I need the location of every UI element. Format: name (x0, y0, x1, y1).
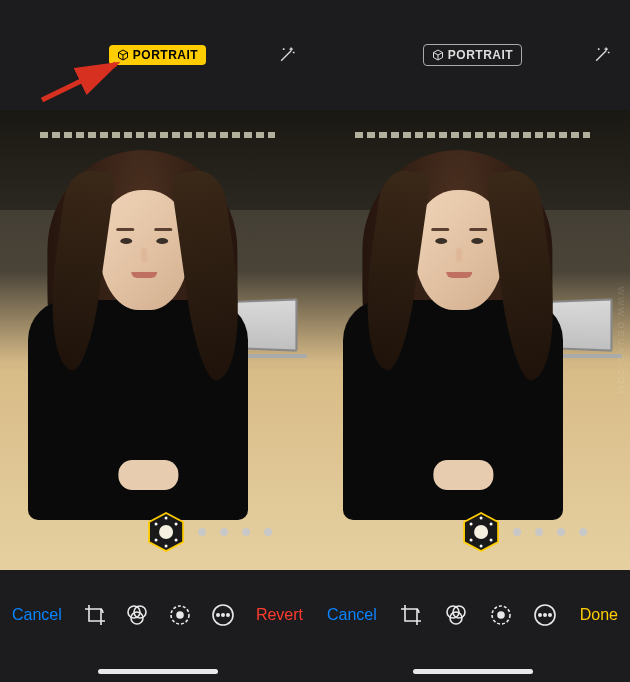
magic-wand-icon[interactable] (277, 45, 297, 65)
svg-point-15 (222, 614, 224, 616)
svg-point-19 (469, 523, 472, 526)
filters-icon[interactable] (125, 603, 149, 627)
crop-icon[interactable] (83, 603, 107, 627)
svg-point-32 (544, 614, 546, 616)
lighting-option-active[interactable] (463, 512, 499, 552)
svg-point-3 (174, 523, 177, 526)
portrait-badge-label: PORTRAIT (133, 48, 198, 62)
portrait-badge-active[interactable]: PORTRAIT (109, 45, 206, 65)
svg-point-12 (177, 612, 183, 618)
lighting-option-dot[interactable] (557, 528, 565, 536)
revert-button[interactable]: Revert (254, 602, 305, 628)
portrait-badge-label: PORTRAIT (448, 48, 513, 62)
adjust-icon[interactable] (168, 603, 192, 627)
filters-icon[interactable] (444, 603, 468, 627)
lighting-option-dot[interactable] (264, 528, 272, 536)
lighting-option-dot[interactable] (242, 528, 250, 536)
adjust-icon[interactable] (489, 603, 513, 627)
svg-point-4 (154, 539, 157, 542)
cube-icon (432, 49, 444, 61)
svg-point-6 (164, 517, 167, 520)
crop-icon[interactable] (399, 603, 423, 627)
more-icon[interactable] (211, 603, 235, 627)
svg-point-18 (474, 525, 488, 539)
bottom-toolbar: Cancel Done (315, 570, 630, 682)
lighting-option-dot[interactable] (513, 528, 521, 536)
cancel-button[interactable]: Cancel (325, 602, 379, 628)
photo-subject (12, 140, 272, 560)
svg-point-21 (469, 539, 472, 542)
svg-point-23 (479, 517, 482, 520)
svg-point-31 (539, 614, 541, 616)
ceiling-lights (40, 132, 275, 138)
edit-pane-left: PORTRAIT (0, 0, 315, 682)
magic-wand-icon[interactable] (592, 45, 612, 65)
home-indicator[interactable] (413, 669, 533, 674)
edit-pane-right: PORTRAIT (315, 0, 630, 682)
top-bar: PORTRAIT (315, 0, 630, 110)
lighting-option-dot[interactable] (579, 528, 587, 536)
svg-point-33 (549, 614, 551, 616)
photo-preview (315, 110, 630, 570)
photo-preview (0, 110, 315, 570)
svg-point-20 (489, 523, 492, 526)
more-icon[interactable] (533, 603, 557, 627)
portrait-badge-inactive[interactable]: PORTRAIT (423, 44, 522, 66)
ceiling-lights (355, 132, 590, 138)
svg-point-14 (217, 614, 219, 616)
bottom-toolbar: Cancel Revert (0, 570, 315, 682)
top-bar: PORTRAIT (0, 0, 315, 110)
svg-point-24 (479, 545, 482, 548)
svg-point-1 (159, 525, 173, 539)
svg-point-16 (227, 614, 229, 616)
svg-point-2 (154, 523, 157, 526)
svg-point-29 (498, 612, 504, 618)
done-button[interactable]: Done (578, 602, 620, 628)
cancel-button[interactable]: Cancel (10, 602, 64, 628)
lighting-option-dot[interactable] (220, 528, 228, 536)
lighting-option-dot[interactable] (535, 528, 543, 536)
photo-subject (327, 140, 587, 560)
watermark: WWW.DEUAG.COM (616, 287, 626, 396)
lighting-option-dot[interactable] (198, 528, 206, 536)
svg-point-7 (164, 545, 167, 548)
home-indicator[interactable] (98, 669, 218, 674)
portrait-lighting-picker[interactable] (463, 512, 587, 552)
svg-point-22 (489, 539, 492, 542)
cube-icon (117, 49, 129, 61)
portrait-lighting-picker[interactable] (148, 512, 272, 552)
lighting-option-active[interactable] (148, 512, 184, 552)
svg-point-5 (174, 539, 177, 542)
